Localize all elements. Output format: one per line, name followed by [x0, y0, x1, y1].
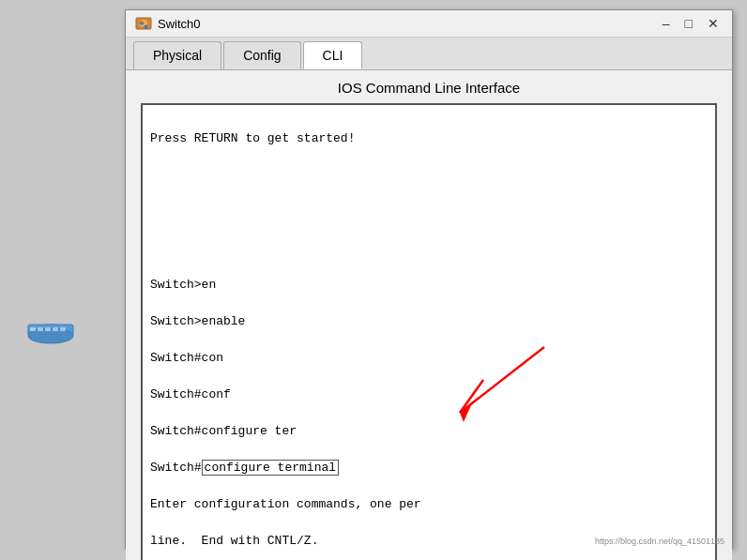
- cli-line-9: Switch#configure ter: [150, 422, 708, 441]
- tab-bar: Physical Config CLI: [126, 38, 732, 70]
- cli-line-1: Press RETURN to get started!: [150, 129, 708, 148]
- watermark: https://blog.csdn.net/qq_41501185: [595, 537, 724, 546]
- cli-line-2: [150, 166, 708, 185]
- svg-rect-6: [53, 327, 58, 331]
- tab-cli[interactable]: CLI: [303, 41, 363, 69]
- window-controls: – □ ✕: [659, 17, 723, 30]
- cli-terminal[interactable]: Press RETURN to get started! Switch>en S…: [141, 103, 717, 560]
- svg-rect-3: [30, 327, 36, 331]
- network-switch-icon: [26, 319, 75, 345]
- section-title: IOS Command Line Interface: [141, 80, 717, 96]
- cli-line-10: Switch#configure terminal: [150, 459, 708, 477]
- cli-line-6: Switch>enable: [150, 312, 708, 331]
- close-button[interactable]: ✕: [704, 17, 723, 30]
- tab-physical[interactable]: Physical: [133, 41, 221, 69]
- cli-line-5: Switch>en: [150, 276, 708, 295]
- content-area: IOS Command Line Interface Press RETURN …: [126, 70, 732, 560]
- minimize-button[interactable]: –: [659, 17, 674, 30]
- svg-rect-7: [60, 327, 66, 331]
- window-title: Switch0: [158, 17, 201, 31]
- terminal-wrapper: Press RETURN to get started! Switch>en S…: [141, 103, 717, 560]
- svg-text:🐾: 🐾: [139, 20, 148, 29]
- cli-line-3: [150, 203, 708, 221]
- main-window: 🐾 Switch0 – □ ✕ Physical Config CLI IOS …: [125, 9, 733, 549]
- maximize-button[interactable]: □: [681, 17, 696, 30]
- svg-rect-5: [45, 327, 51, 331]
- app-icon: 🐾: [135, 15, 152, 32]
- cli-line-7: Switch#con: [150, 349, 708, 368]
- title-bar-left: 🐾 Switch0: [135, 15, 201, 32]
- cli-line-4: [150, 239, 708, 258]
- cli-line-8: Switch#conf: [150, 386, 708, 404]
- title-bar: 🐾 Switch0 – □ ✕: [126, 10, 732, 38]
- cli-line-11: Enter configuration commands, one per: [150, 495, 708, 514]
- tab-config[interactable]: Config: [223, 41, 300, 69]
- svg-rect-4: [38, 327, 43, 331]
